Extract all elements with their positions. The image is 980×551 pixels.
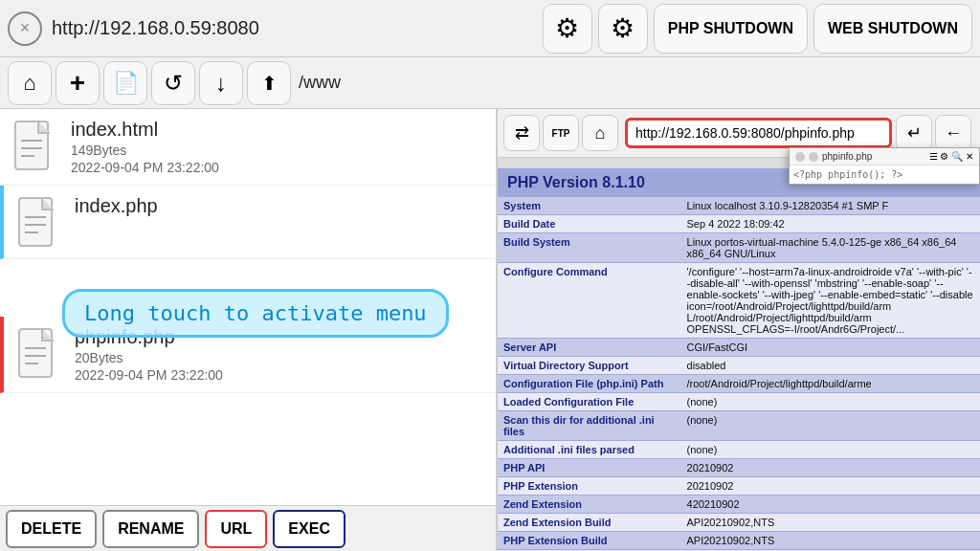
- php-table-value: '/configure' '--host=arm7a-linux-android…: [681, 263, 980, 339]
- right-panel: ⇄ FTP ⌂ http://192.168.0.59:8080/phpinfo…: [498, 109, 980, 551]
- browser-dot-2: [809, 152, 818, 162]
- back-button[interactable]: ←: [935, 115, 971, 151]
- table-row: PHP Extension20210902: [498, 477, 980, 496]
- file-icon: [15, 195, 61, 249]
- php-table-value: /root/Android/Project/lighttpd/build/arm…: [681, 375, 980, 393]
- php-table-value: 20210902: [681, 477, 980, 496]
- php-table-value: 20210902: [681, 459, 980, 477]
- php-info-table: SystemLinux localhost 3.10.9-12820354 #1…: [498, 197, 980, 551]
- current-path: /www: [299, 73, 341, 93]
- refresh-button[interactable]: ↺: [151, 61, 195, 105]
- file-icon: [15, 326, 61, 380]
- browser-home-button[interactable]: ⌂: [582, 115, 618, 151]
- table-row: Build DateSep 4 2022 18:09:42: [498, 215, 980, 233]
- new-file-button[interactable]: 📄: [103, 61, 147, 105]
- php-table-key: Build System: [498, 233, 681, 263]
- table-row: PHP Extension BuildAPI20210902,NTS: [498, 532, 980, 550]
- table-row: Zend Extension420210902: [498, 496, 980, 514]
- php-table-key: System: [498, 197, 681, 215]
- php-table-value: CGI/FastCGI: [681, 339, 980, 357]
- upload-button[interactable]: ⬆: [247, 61, 291, 105]
- table-row: Zend Extension BuildAPI20210902,NTS: [498, 514, 980, 532]
- table-row: Configure Command'/configure' '--host=ar…: [498, 263, 980, 339]
- file-date: 2022-09-04 PM 23:22:00: [75, 367, 484, 383]
- browser-tab-title: phpinfo.php: [822, 151, 925, 162]
- file-icon: [11, 119, 57, 172]
- browser-content: <?php phpinfo(); ?>: [790, 165, 979, 184]
- file-size: 149Bytes: [71, 143, 484, 158]
- php-table-key: PHP API: [498, 459, 681, 477]
- table-row: Server APICGI/FastCGI: [498, 339, 980, 357]
- php-table-value: API20210902,NTS: [681, 514, 980, 532]
- php-table-value: (none): [681, 411, 980, 441]
- top-bar: × http://192.168.0.59:8080 ⚙ ⚙ PHP SHUTD…: [0, 0, 980, 57]
- php-table-key: Loaded Configuration File: [498, 393, 681, 411]
- php-table-key: Additional .ini files parsed: [498, 441, 681, 459]
- gear-button-2[interactable]: ⚙: [598, 4, 648, 54]
- php-table-value: API20210902,NTS: [681, 532, 980, 550]
- file-name: index.html: [71, 119, 484, 141]
- php-table-key: Zend Extension: [498, 496, 681, 514]
- table-row: Configuration File (php.ini) Path/root/A…: [498, 375, 980, 393]
- php-table-key: Build Date: [498, 215, 681, 233]
- php-table-key: Server API: [498, 339, 681, 357]
- gear-button-group: ⚙ ⚙ PHP SHUTDOWN WEB SHUTDOWN: [543, 4, 972, 54]
- enter-button[interactable]: ↵: [896, 115, 932, 151]
- address-bar: http://192.168.0.59:8080: [52, 17, 533, 39]
- gear-button-1[interactable]: ⚙: [543, 4, 592, 54]
- action-bar: DELETE RENAME URL EXEC: [0, 505, 498, 551]
- list-item[interactable]: index.html 149Bytes 2022-09-04 PM 23:22:…: [0, 109, 496, 186]
- main-content: index.html 149Bytes 2022-09-04 PM 23:22:…: [0, 109, 980, 551]
- php-table-key: Configuration File (php.ini) Path: [498, 375, 681, 393]
- table-row: SystemLinux localhost 3.10.9-12820354 #1…: [498, 197, 980, 215]
- file-toolbar: ⌂ + 📄 ↺ ↓ ⬆ /www: [0, 57, 980, 109]
- php-table-key: Virtual Directory Support: [498, 357, 681, 375]
- web-shutdown-button[interactable]: WEB SHUTDOWN: [813, 4, 972, 54]
- ftp-button[interactable]: FTP: [543, 115, 579, 151]
- exec-button[interactable]: EXEC: [273, 510, 345, 548]
- browser-overlay: phpinfo.php ☰ ⚙ 🔍 ✕ <?php phpinfo(); ?>: [789, 147, 980, 185]
- url-button[interactable]: URL: [205, 510, 267, 548]
- table-row: PHP API20210902: [498, 459, 980, 477]
- close-button[interactable]: ×: [8, 11, 42, 46]
- browser-url-display[interactable]: http://192.168.0.59:8080/phpinfo.php: [625, 118, 892, 148]
- php-table-value: disabled: [681, 357, 980, 375]
- php-table-value: 420210902: [681, 496, 980, 514]
- php-table-key: Zend Extension Build: [498, 514, 681, 532]
- rename-button[interactable]: RENAME: [102, 510, 199, 548]
- home-button[interactable]: ⌂: [8, 61, 52, 105]
- table-row: Build SystemLinux portos-virtual-machine…: [498, 233, 980, 263]
- file-name: index.php: [75, 195, 484, 217]
- browser-dot: [795, 152, 805, 162]
- php-table-key: Scan this dir for additional .ini files: [498, 411, 681, 441]
- php-table-key: PHP Extension: [498, 477, 681, 496]
- download-button[interactable]: ↓: [199, 61, 243, 105]
- browser-titlebar: phpinfo.php ☰ ⚙ 🔍 ✕: [790, 148, 979, 165]
- table-row: Loaded Configuration File(none): [498, 393, 980, 411]
- php-table-key: PHP Extension Build: [498, 532, 681, 550]
- php-table-key: Configure Command: [498, 263, 681, 339]
- swap-button[interactable]: ⇄: [503, 115, 540, 151]
- file-date: 2022-09-04 PM 23:22:00: [71, 160, 484, 175]
- add-button[interactable]: +: [56, 61, 100, 105]
- file-info: index.html 149Bytes 2022-09-04 PM 23:22:…: [71, 119, 484, 175]
- php-shutdown-button[interactable]: PHP SHUTDOWN: [654, 4, 808, 54]
- delete-button[interactable]: DELETE: [6, 510, 97, 548]
- list-item[interactable]: index.php: [0, 186, 496, 259]
- php-table-value: Linux localhost 3.10.9-12820354 #1 SMP F: [681, 197, 980, 215]
- long-touch-tooltip: Long touch to activate menu: [62, 289, 449, 338]
- php-table-value: Sep 4 2022 18:09:42: [681, 215, 980, 233]
- php-info-panel: PHP Version 8.1.10 SystemLinux localhost…: [498, 168, 980, 551]
- file-size: 20Bytes: [75, 350, 484, 365]
- table-row: Virtual Directory Supportdisabled: [498, 357, 980, 375]
- table-row: Additional .ini files parsed(none): [498, 441, 980, 459]
- table-row: Scan this dir for additional .ini files(…: [498, 411, 980, 441]
- php-table-value: (none): [681, 393, 980, 411]
- php-table-value: (none): [681, 441, 980, 459]
- php-table-value: Linux portos-virtual-machine 5.4.0-125-g…: [681, 233, 980, 263]
- file-panel: index.html 149Bytes 2022-09-04 PM 23:22:…: [0, 109, 498, 551]
- file-info: index.php: [75, 195, 484, 217]
